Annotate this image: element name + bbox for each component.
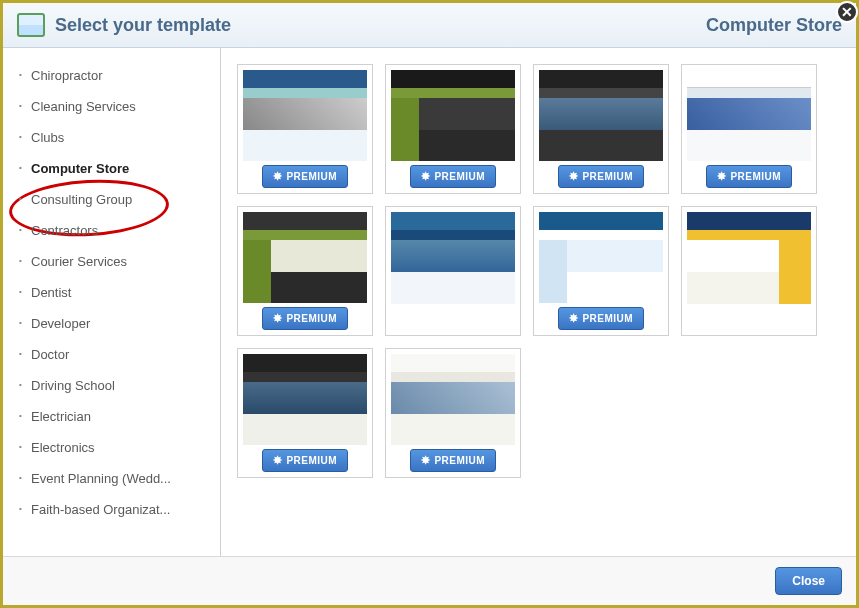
category-sidebar[interactable]: ChiropractorCleaning ServicesClubsComput… (3, 48, 221, 556)
category-item[interactable]: Cleaning Services (17, 91, 216, 122)
category-item[interactable]: Chiropractor (17, 60, 216, 91)
dialog-footer: Close (3, 556, 856, 605)
template-picker-dialog: ✕ Select your template Computer Store Ch… (3, 3, 856, 605)
template-thumbnail (243, 212, 367, 303)
template-thumbnail (391, 212, 515, 304)
premium-badge[interactable]: ✸PREMIUM (558, 165, 644, 188)
template-card[interactable]: ✸PREMIUM (385, 64, 521, 194)
category-item[interactable]: Event Planning (Wedd... (17, 463, 216, 494)
premium-label: PREMIUM (286, 313, 337, 324)
premium-label: PREMIUM (286, 171, 337, 182)
template-card[interactable] (681, 206, 817, 336)
premium-label: PREMIUM (434, 455, 485, 466)
template-thumbnail (687, 70, 811, 161)
template-card[interactable]: ✸PREMIUM (237, 64, 373, 194)
premium-badge[interactable]: ✸PREMIUM (410, 449, 496, 472)
template-grid: ✸PREMIUM✸PREMIUM✸PREMIUM✸PREMIUM✸PREMIUM… (221, 48, 856, 556)
template-thumbnail (391, 70, 515, 161)
template-card[interactable] (385, 206, 521, 336)
premium-label: PREMIUM (286, 455, 337, 466)
premium-label: PREMIUM (730, 171, 781, 182)
star-icon: ✸ (569, 312, 579, 325)
category-item[interactable]: Computer Store (17, 153, 216, 184)
star-icon: ✸ (421, 454, 431, 467)
dialog-body: ChiropractorCleaning ServicesClubsComput… (3, 48, 856, 556)
premium-badge[interactable]: ✸PREMIUM (410, 165, 496, 188)
template-thumbnail (687, 212, 811, 304)
category-item[interactable]: Electronics (17, 432, 216, 463)
template-thumbnail (539, 212, 663, 303)
premium-label: PREMIUM (582, 171, 633, 182)
premium-label: PREMIUM (434, 171, 485, 182)
template-card[interactable]: ✸PREMIUM (237, 206, 373, 336)
close-icon[interactable]: ✕ (836, 1, 858, 23)
category-item[interactable]: Courier Services (17, 246, 216, 277)
dialog-title: Select your template (55, 15, 231, 36)
star-icon: ✸ (273, 454, 283, 467)
template-card[interactable]: ✸PREMIUM (681, 64, 817, 194)
star-icon: ✸ (717, 170, 727, 183)
close-button[interactable]: Close (775, 567, 842, 595)
star-icon: ✸ (273, 170, 283, 183)
category-item[interactable]: Clubs (17, 122, 216, 153)
premium-badge[interactable]: ✸PREMIUM (706, 165, 792, 188)
category-item[interactable]: Contractors (17, 215, 216, 246)
template-card[interactable]: ✸PREMIUM (237, 348, 373, 478)
premium-badge[interactable]: ✸PREMIUM (262, 307, 348, 330)
category-item[interactable]: Consulting Group (17, 184, 216, 215)
star-icon: ✸ (421, 170, 431, 183)
premium-badge[interactable]: ✸PREMIUM (262, 165, 348, 188)
star-icon: ✸ (273, 312, 283, 325)
template-card[interactable]: ✸PREMIUM (533, 64, 669, 194)
template-thumbnail (391, 354, 515, 445)
premium-label: PREMIUM (582, 313, 633, 324)
template-thumbnail (243, 354, 367, 445)
premium-badge[interactable]: ✸PREMIUM (558, 307, 644, 330)
dialog-header: Select your template Computer Store (3, 3, 856, 48)
star-icon: ✸ (569, 170, 579, 183)
category-item[interactable]: Dentist (17, 277, 216, 308)
template-thumbnail (539, 70, 663, 161)
category-item[interactable]: Electrician (17, 401, 216, 432)
monitor-icon (17, 13, 45, 37)
category-item[interactable]: Faith-based Organizat... (17, 494, 216, 525)
template-card[interactable]: ✸PREMIUM (385, 348, 521, 478)
premium-badge[interactable]: ✸PREMIUM (262, 449, 348, 472)
category-item[interactable]: Developer (17, 308, 216, 339)
template-card[interactable]: ✸PREMIUM (533, 206, 669, 336)
template-thumbnail (243, 70, 367, 161)
category-item[interactable]: Doctor (17, 339, 216, 370)
dialog-context: Computer Store (706, 15, 842, 36)
category-item[interactable]: Driving School (17, 370, 216, 401)
